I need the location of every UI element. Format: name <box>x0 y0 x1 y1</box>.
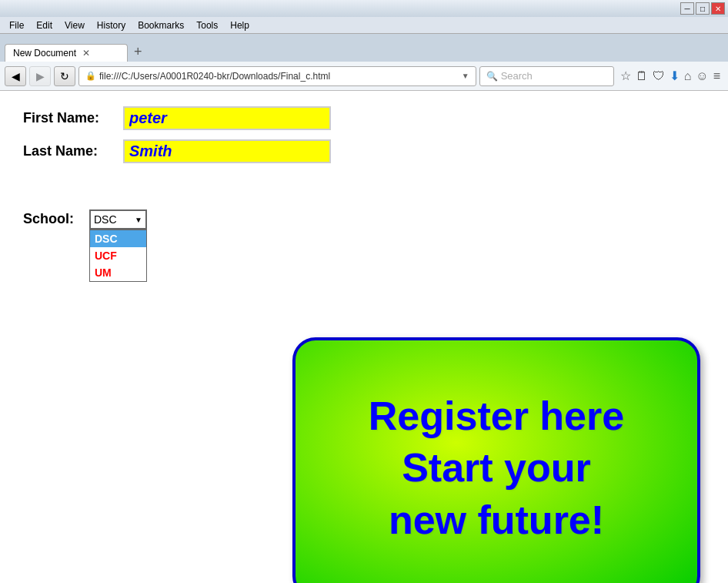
refresh-button[interactable]: ↻ <box>54 66 75 86</box>
school-select[interactable]: DSC ▼ <box>89 209 147 230</box>
close-button[interactable]: ✕ <box>711 2 725 15</box>
lastname-group: Last Name: <box>23 139 705 163</box>
register-text: Register here Start your new future! <box>369 390 624 547</box>
shield-icon[interactable]: 🛡 <box>653 69 665 83</box>
tab-close-button[interactable]: ✕ <box>82 48 90 59</box>
school-select-container: DSC ▼ DSC UCF UM <box>89 209 147 230</box>
browser-tab[interactable]: New Document ✕ <box>5 44 128 62</box>
new-tab-button[interactable]: + <box>128 42 149 62</box>
lastname-label: Last Name: <box>23 143 123 159</box>
back-button[interactable]: ◀ <box>5 66 26 86</box>
tab-title: New Document <box>13 48 76 59</box>
home-icon[interactable]: ⌂ <box>684 69 692 83</box>
title-bar: ─ □ ✕ <box>0 0 728 17</box>
firstname-input[interactable] <box>123 106 331 130</box>
school-dropdown-icon: ▼ <box>135 216 142 224</box>
address-text: file:///C:/Users/A0001R0240-bkr/Download… <box>99 71 459 82</box>
register-line1: Register here <box>369 394 624 438</box>
search-placeholder: Search <box>501 70 533 82</box>
lock-icon: 🔒 <box>85 71 96 81</box>
tab-bar: New Document ✕ + <box>0 34 728 62</box>
school-option-dsc[interactable]: DSC <box>90 230 146 247</box>
school-dropdown: DSC UCF UM <box>89 230 147 282</box>
minimize-button[interactable]: ─ <box>680 2 694 15</box>
firstname-label: First Name: <box>23 110 123 126</box>
menu-tools[interactable]: Tools <box>190 18 224 32</box>
menu-history[interactable]: History <box>91 18 132 32</box>
content-area: First Name: Last Name: School: DSC ▼ DSC… <box>23 106 705 230</box>
window-controls: ─ □ ✕ <box>680 2 725 15</box>
menu-icon[interactable]: ≡ <box>713 69 720 83</box>
register-button[interactable]: Register here Start your new future! <box>292 337 700 583</box>
firstname-group: First Name: <box>23 106 705 130</box>
menu-edit[interactable]: Edit <box>30 18 58 32</box>
lastname-input[interactable] <box>123 139 331 163</box>
clipboard-icon[interactable]: 🗒 <box>636 69 648 83</box>
emoji-icon[interactable]: ☺ <box>696 69 708 83</box>
menu-bookmarks[interactable]: Bookmarks <box>132 18 190 32</box>
register-line2: Start your <box>402 445 591 490</box>
school-option-um[interactable]: UM <box>90 264 146 281</box>
menu-file[interactable]: File <box>3 18 30 32</box>
menu-help[interactable]: Help <box>224 18 255 32</box>
menu-bar: File Edit View History Bookmarks Tools H… <box>0 17 728 34</box>
nav-bar: ◀ ▶ ↻ 🔒 file:///C:/Users/A0001R0240-bkr/… <box>0 62 728 91</box>
register-line3: new future! <box>389 498 604 542</box>
browser-content: First Name: Last Name: School: DSC ▼ DSC… <box>0 91 728 583</box>
address-bar[interactable]: 🔒 file:///C:/Users/A0001R0240-bkr/Downlo… <box>78 66 476 86</box>
nav-icons: ☆ 🗒 🛡 ⬇ ⌂ ☺ ≡ <box>617 69 723 83</box>
search-icon: 🔍 <box>486 71 498 82</box>
school-option-ucf[interactable]: UCF <box>90 247 146 264</box>
download-icon[interactable]: ⬇ <box>670 69 680 83</box>
school-label: School: <box>23 211 74 227</box>
address-dropdown-icon[interactable]: ▼ <box>462 72 469 80</box>
school-section: School: DSC ▼ DSC UCF UM <box>23 209 705 230</box>
restore-button[interactable]: □ <box>696 2 710 15</box>
bookmark-icon[interactable]: ☆ <box>620 69 631 83</box>
forward-button[interactable]: ▶ <box>29 66 51 86</box>
search-bar[interactable]: 🔍 Search <box>479 66 614 86</box>
school-selected-value: DSC <box>94 213 117 226</box>
menu-view[interactable]: View <box>58 18 91 32</box>
